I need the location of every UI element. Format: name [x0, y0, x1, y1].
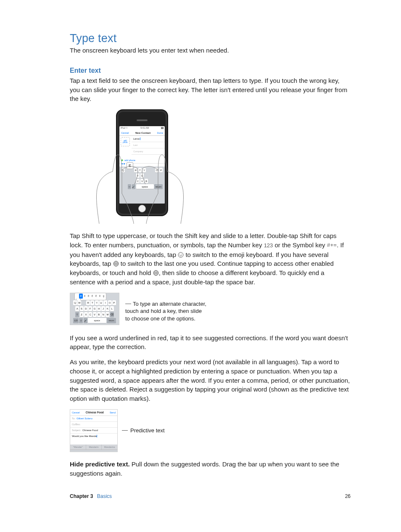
symbol-key-label: #+=	[327, 242, 337, 250]
onscreen-keyboard[interactable]: E QWERTYUIOP ASDFGHJKL ⇧ZXCVBNM⌫ 123☺🎤sp…	[119, 167, 165, 204]
emoji-icon	[178, 251, 184, 257]
footer-chapter-label: Chapter 3	[70, 493, 93, 499]
number-key-label: 123	[264, 242, 273, 249]
cancel-button[interactable]: Cancel	[121, 132, 129, 134]
hide-predictive-text-paragraph: Hide predictive text. Pull down the sugg…	[70, 460, 351, 478]
section-title: Type text	[70, 32, 351, 45]
globe-icon	[153, 269, 159, 275]
enter-text-paragraph-2: Tap Shift to type uppercase, or touch th…	[70, 231, 351, 287]
mail-cancel-button[interactable]: Cancel	[72, 411, 80, 414]
figure-predictive-text-callout: Predictive text	[122, 427, 165, 434]
key-popup-e: E	[127, 162, 133, 169]
footer-chapter-name: Basics	[97, 493, 112, 499]
phone-frame: iPod ᯤ 9:41 AM ▮▮ Cancel New Contact Don…	[116, 109, 168, 216]
return-key[interactable]: return	[107, 318, 116, 323]
home-button[interactable]	[138, 205, 146, 212]
status-time: 9:41 AM	[140, 127, 149, 130]
svg-point-0	[178, 252, 183, 257]
figure-alternate-characters-callout: To type an alternate character, touch an…	[125, 300, 206, 323]
svg-point-1	[179, 254, 180, 254]
company-field[interactable]: Company	[132, 148, 165, 155]
enter-text-paragraph-1: Tap a text field to see the onscreen key…	[70, 76, 351, 103]
predictive-suggestion[interactable]: "Mandar"	[70, 445, 86, 450]
enter-text-paragraph-3: If you see a word underlined in red, tap…	[70, 333, 351, 352]
shift-key[interactable]: ⇧	[75, 312, 79, 317]
first-name-field[interactable]: Lance	[132, 136, 165, 142]
add-photo-button[interactable]: add photo	[121, 137, 130, 146]
mail-send-button[interactable]: Send	[110, 411, 116, 414]
dictation-key[interactable]: 🎤	[84, 318, 87, 323]
last-name-field[interactable]: Last	[132, 142, 165, 148]
predictive-suggestion[interactable]: Mandarins	[102, 445, 117, 450]
page-footer: Chapter 3 Basics 26	[70, 493, 351, 499]
subsection-enter-text: Enter text	[70, 67, 351, 74]
footer-page-number: 26	[345, 493, 351, 499]
space-key[interactable]: space	[88, 318, 106, 323]
svg-point-2	[182, 254, 182, 254]
mail-title: Chinese Food	[86, 411, 104, 414]
emoji-key[interactable]: ☺	[79, 318, 83, 323]
phone-screen: iPod ᯤ 9:41 AM ▮▮ Cancel New Contact Don…	[119, 126, 165, 204]
predictive-suggestion[interactable]: Mandarin	[86, 445, 102, 450]
figure-predictive-text-mail: Cancel Chinese Food Send To:Gilbert Sola…	[70, 409, 118, 452]
figure-hands-typing: iPod ᯤ 9:41 AM ▮▮ Cancel New Contact Don…	[92, 109, 188, 224]
section-intro: The onscreen keyboard lets you enter tex…	[70, 46, 351, 55]
figure-alternate-characters-keyboard: è é ê ë ē ė ę QWERTYUIOP ASDFGHJKL ⇧ZXCV…	[70, 293, 119, 325]
mail-to-field[interactable]: To:Gilbert Solano	[70, 416, 117, 422]
number-key[interactable]: 123	[73, 318, 79, 323]
navbar-title: New Contact	[135, 132, 150, 134]
mail-cc-field[interactable]: Cc/Bcc:	[70, 422, 117, 428]
globe-icon	[113, 260, 119, 266]
done-button[interactable]: Done	[157, 132, 163, 134]
predictive-text-bar[interactable]: "Mandar" Mandarin Mandarins	[70, 445, 117, 450]
hide-predictive-text-lead: Hide predictive text.	[70, 461, 130, 468]
enter-text-paragraph-4: As you write, the keyboard predicts your…	[70, 357, 351, 403]
mail-body-field[interactable]: Would you like Manda	[70, 434, 117, 445]
mail-subject-field[interactable]: Subject:Chinese Food	[70, 428, 117, 434]
backspace-key[interactable]: ⌫	[110, 312, 114, 317]
